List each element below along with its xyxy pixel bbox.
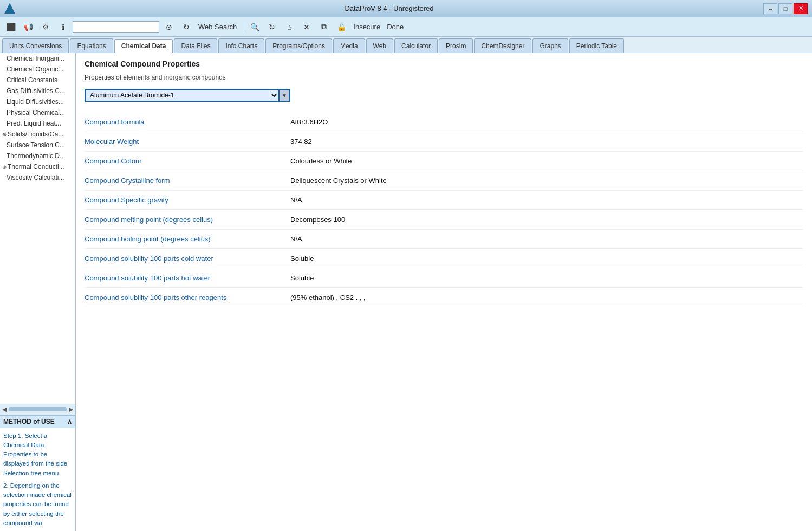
prop-label-molecular-weight: Molecular Weight — [85, 137, 290, 146]
announce-icon[interactable]: 📢 — [21, 20, 36, 34]
property-row-cold-water: Compound solubility 100 parts cold water… — [85, 249, 803, 268]
compound-selector: Aluminum Acetate Bromide-1 ▼ — [85, 89, 803, 102]
expand-icon-thermal: ⊕ — [2, 164, 7, 170]
compound-select[interactable]: Aluminum Acetate Bromide-1 — [85, 89, 280, 102]
maximize-button[interactable]: □ — [778, 3, 792, 14]
sidebar-item-solids-liquids[interactable]: ⊕ Solids/Liquids/Ga... — [0, 129, 75, 140]
home-icon[interactable]: ⌂ — [282, 20, 297, 34]
search-icon[interactable]: 🔍 — [247, 20, 262, 34]
lock-icon[interactable]: 🔒 — [334, 20, 349, 34]
prop-value-other-reagents: (95% ethanol) , CS2 . , , — [290, 293, 366, 301]
tab-chemical-data[interactable]: Chemical Data — [114, 39, 173, 53]
prop-label-boiling-point: Compound boiling point (degrees celius) — [85, 235, 290, 243]
web-search-link[interactable]: Web Search — [196, 23, 239, 31]
info-icon[interactable]: ℹ — [55, 20, 70, 34]
sidebar-item-chemical-organic[interactable]: Chemical Organic... — [0, 64, 75, 75]
prop-label-cold-water: Compound solubility 100 parts cold water — [85, 254, 290, 263]
scroll-right-btn[interactable]: ▶ — [69, 406, 73, 413]
title-bar-left — [4, 3, 15, 14]
stop-icon[interactable]: ✕ — [299, 20, 314, 34]
method-collapse-icon[interactable]: ∧ — [67, 418, 72, 425]
prop-label-hot-water: Compound solubility 100 parts hot water — [85, 274, 290, 282]
sidebar: Chemical Inorgani... Chemical Organic...… — [0, 53, 76, 531]
screenshot-icon[interactable]: ⧉ — [316, 20, 332, 34]
title-bar-title: DataProV 8.4 - Unregistered — [15, 4, 763, 12]
tab-media[interactable]: Media — [333, 38, 365, 53]
property-row-crystalline: Compound Crystalline form Deliquescent C… — [85, 171, 803, 191]
sidebar-item-liquid-diffusivities[interactable]: Liquid Diffusivities... — [0, 96, 75, 107]
sidebar-scroll-bar[interactable]: ◀ ▶ — [0, 404, 75, 415]
scroll-thumb[interactable] — [9, 407, 67, 411]
close-button[interactable]: ✕ — [794, 3, 808, 14]
prop-value-hot-water: Soluble — [290, 274, 314, 282]
new-icon[interactable]: ⬛ — [3, 20, 18, 34]
tab-data-files[interactable]: Data Files — [174, 38, 217, 53]
property-row-colour: Compound Colour Colourless or White — [85, 152, 803, 171]
prop-label-other-reagents: Compound solubility 100 parts other reag… — [85, 293, 290, 301]
select-arrow-icon[interactable]: ▼ — [280, 89, 290, 102]
nav-refresh-icon[interactable]: ↻ — [179, 20, 194, 34]
title-bar-controls: – □ ✕ — [763, 3, 808, 14]
tab-equations[interactable]: Equations — [70, 38, 113, 53]
prop-value-boiling-point: N/A — [290, 235, 302, 243]
tab-calculator[interactable]: Calculator — [394, 38, 438, 53]
prop-label-colour: Compound Colour — [85, 157, 290, 165]
sidebar-item-gas-diffusivities[interactable]: Gas Diffusivities C... — [0, 86, 75, 96]
method-step1: Step 1. Select a Chemical Data Propertie… — [3, 431, 72, 478]
content-area: Chemical Compound Properties Properties … — [76, 53, 812, 531]
tab-programs-options[interactable]: Programs/Options — [265, 38, 332, 53]
tab-units-conversions[interactable]: Units Conversions — [2, 38, 69, 53]
property-row-specific-gravity: Compound Specific gravity N/A — [85, 191, 803, 210]
sidebar-item-chemical-inorganic[interactable]: Chemical Inorgani... — [0, 53, 75, 64]
sidebar-item-pred-liquid[interactable]: Pred. Liquid heat... — [0, 118, 75, 129]
prop-label-melting-point: Compound melting point (degrees celius) — [85, 215, 290, 224]
method-body: Step 1. Select a Chemical Data Propertie… — [0, 428, 75, 532]
expand-icon-solids: ⊕ — [2, 132, 7, 137]
prop-value-crystalline: Deliquescent Crystals or White — [290, 176, 387, 185]
property-row-melting-point: Compound melting point (degrees celius) … — [85, 210, 803, 230]
insecure-label: Insecure — [351, 23, 382, 31]
method-panel: METHOD of USE ∧ Step 1. Select a Chemica… — [0, 415, 75, 532]
app-icon — [4, 3, 15, 14]
tab-chemdesigner[interactable]: ChemDesigner — [474, 38, 531, 53]
properties-table: Compound formula AlBr3.6H2O Molecular We… — [85, 113, 803, 307]
done-label[interactable]: Done — [385, 23, 406, 31]
settings-icon[interactable]: ⚙ — [38, 20, 53, 34]
sidebar-item-thermodynamic[interactable]: Thermodynamic D... — [0, 150, 75, 161]
main-area: Chemical Inorgani... Chemical Organic...… — [0, 53, 812, 531]
refresh-icon[interactable]: ↻ — [264, 20, 280, 34]
prop-value-specific-gravity: N/A — [290, 196, 302, 204]
sidebar-item-critical-constants[interactable]: Critical Constants — [0, 75, 75, 86]
property-row-boiling-point: Compound boiling point (degrees celius) … — [85, 230, 803, 249]
sidebar-item-surface-tension[interactable]: Surface Tension C... — [0, 140, 75, 150]
prop-value-melting-point: Decomposes 100 — [290, 215, 345, 224]
prop-value-formula: AlBr3.6H2O — [290, 118, 328, 126]
property-row-other-reagents: Compound solubility 100 parts other reag… — [85, 288, 803, 307]
address-input[interactable] — [73, 21, 159, 33]
nav-circle-icon[interactable]: ⊙ — [161, 20, 177, 34]
prop-label-specific-gravity: Compound Specific gravity — [85, 196, 290, 204]
property-row-formula: Compound formula AlBr3.6H2O — [85, 113, 803, 132]
page-title: Chemical Compound Properties — [85, 60, 803, 68]
scroll-left-btn[interactable]: ◀ — [2, 406, 7, 413]
method-step2: 2. Depending on the selection made chemi… — [3, 481, 72, 528]
sidebar-item-viscosity[interactable]: Viscosity Calculati... — [0, 172, 75, 183]
prop-value-molecular-weight: 374.82 — [290, 137, 312, 146]
property-row-hot-water: Compound solubility 100 parts hot water … — [85, 268, 803, 288]
tab-prosim[interactable]: Prosim — [439, 38, 473, 53]
prop-value-colour: Colourless or White — [290, 157, 352, 165]
prop-value-cold-water: Soluble — [290, 254, 314, 263]
tab-graphs[interactable]: Graphs — [532, 38, 568, 53]
tab-bar: Units Conversions Equations Chemical Dat… — [0, 37, 812, 53]
sidebar-content: Chemical Inorgani... Chemical Organic...… — [0, 53, 75, 404]
content-subtitle: Properties of elements and inorganic com… — [85, 74, 803, 81]
minimize-button[interactable]: – — [763, 3, 777, 14]
sidebar-item-physical-chemical[interactable]: Physical Chemical... — [0, 107, 75, 118]
toolbar-separator — [243, 22, 243, 32]
tab-info-charts[interactable]: Info Charts — [218, 38, 264, 53]
sidebar-item-thermal-conductivity[interactable]: ⊕ Thermal Conducti... — [0, 161, 75, 172]
prop-label-crystalline: Compound Crystalline form — [85, 176, 290, 185]
toolbar: ⬛ 📢 ⚙ ℹ ⊙ ↻ Web Search 🔍 ↻ ⌂ ✕ ⧉ 🔒 Insec… — [0, 17, 812, 37]
tab-web[interactable]: Web — [366, 38, 393, 53]
tab-periodic-table[interactable]: Periodic Table — [569, 38, 624, 53]
